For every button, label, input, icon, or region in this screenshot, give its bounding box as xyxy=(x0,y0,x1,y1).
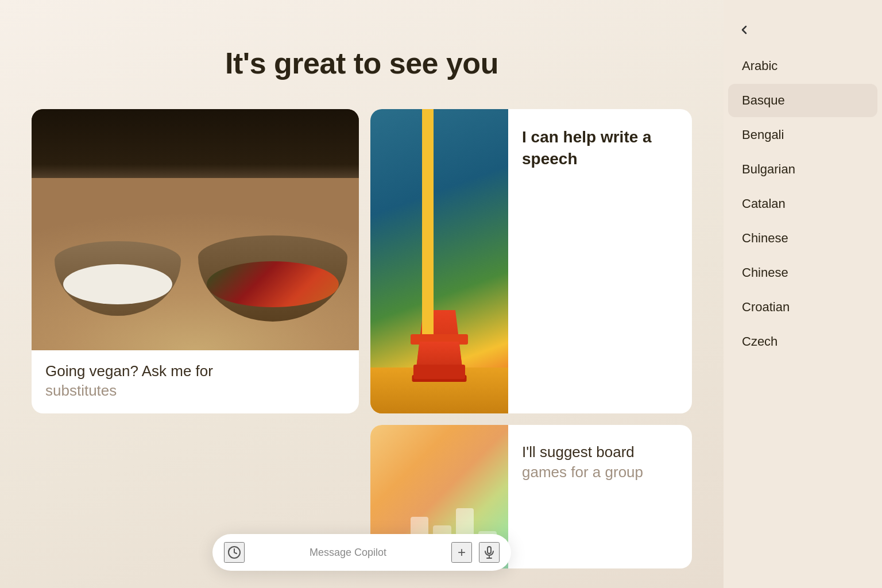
history-button[interactable] xyxy=(224,542,245,563)
lang-item-catalan[interactable]: Catalan xyxy=(728,187,877,220)
food-card-label: Going vegan? Ask me for substitutes xyxy=(32,350,359,412)
back-button[interactable] xyxy=(724,11,882,42)
main-content: It's great to see you xyxy=(0,0,724,588)
cards-grid: Going vegan? Ask me for substitutes I ca… xyxy=(9,109,715,568)
card-food[interactable]: Going vegan? Ask me for substitutes xyxy=(32,109,359,413)
games-card-label: I'll suggest board games for a group xyxy=(508,425,657,500)
message-input-placeholder[interactable]: Message Copilot xyxy=(252,547,444,559)
lang-item-arabic[interactable]: Arabic xyxy=(728,49,877,83)
lang-item-bulgarian[interactable]: Bulgarian xyxy=(728,153,877,186)
language-list: Arabic Basque Bengali Bulgarian Catalan … xyxy=(724,42,882,365)
lang-item-czech[interactable]: Czech xyxy=(728,325,877,358)
svg-rect-1 xyxy=(488,547,491,554)
lang-item-bengali[interactable]: Bengali xyxy=(728,118,877,152)
lang-item-basque[interactable]: Basque xyxy=(728,84,877,117)
food-image xyxy=(32,109,359,350)
mic-button[interactable] xyxy=(479,542,500,563)
lang-item-chinese-s[interactable]: Chinese xyxy=(728,222,877,255)
input-bar-container: Message Copilot + xyxy=(212,534,511,571)
input-bar: Message Copilot + xyxy=(212,534,511,571)
card-speech[interactable]: I can help write a speech xyxy=(370,109,692,413)
speech-image xyxy=(370,109,508,413)
lang-item-croatian[interactable]: Croatian xyxy=(728,291,877,324)
lang-item-chinese-t[interactable]: Chinese xyxy=(728,256,877,289)
greeting-title: It's great to see you xyxy=(225,46,498,80)
add-button[interactable]: + xyxy=(451,542,472,563)
sidebar: Arabic Basque Bengali Bulgarian Catalan … xyxy=(724,0,882,588)
speech-card-label: I can help write a speech xyxy=(508,109,692,187)
